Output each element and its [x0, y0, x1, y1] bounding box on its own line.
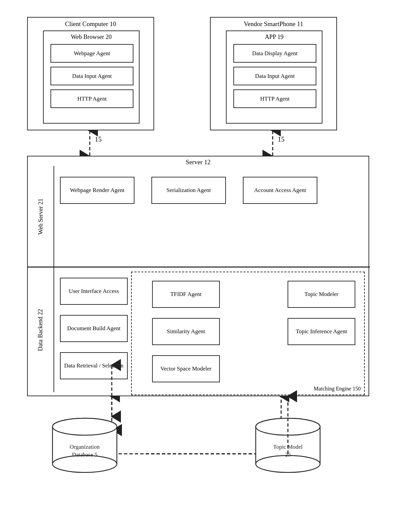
- matching-engine-box: Matching Engine 150 TFIDF Agent Similari…: [131, 272, 365, 395]
- svg-text:Topic Model: Topic Model: [273, 444, 302, 450]
- connection-label-right: 15: [278, 135, 285, 143]
- client-http-agent-box: HTTP Agent: [50, 89, 133, 108]
- app-box: APP 19 Data Display Agent Data Input Age…: [226, 30, 322, 124]
- vendor-smartphone-label: Vendor SmartPhone 11: [211, 20, 336, 28]
- vector-space-modeler-box: Vector Space Modeler: [152, 355, 220, 382]
- app-label: APP 19: [227, 34, 322, 41]
- vendor-data-input-agent-box: Data Input Agent: [233, 67, 316, 85]
- topic-inference-agent-box: Topic Inference Agent: [288, 318, 355, 345]
- matching-engine-label: Matching Engine 150: [314, 386, 361, 392]
- web-browser-label: Web Browser 20: [44, 34, 139, 41]
- svg-text:Database 5: Database 5: [72, 451, 97, 458]
- org-db-svg: Organization Database 5: [51, 417, 119, 478]
- webpage-agent-box: Webpage Agent: [50, 44, 133, 63]
- web-server-label: Web Server 21: [37, 198, 44, 235]
- client-data-input-agent-box: Data Input Agent: [50, 67, 133, 85]
- vendor-smartphone-box: Vendor SmartPhone 11 APP 19 Data Display…: [210, 17, 337, 130]
- svg-text:25: 25: [285, 451, 291, 458]
- svg-point-22: [256, 418, 320, 435]
- data-backend-label: Data Backend 22: [37, 309, 44, 351]
- web-browser-box: Web Browser 20 Webpage Agent Data Input …: [43, 30, 140, 124]
- topic-modeler-box: Topic Modeler: [288, 281, 355, 308]
- user-interface-access-box: User Interface Access: [60, 278, 128, 305]
- svg-point-14: [52, 418, 117, 435]
- client-computer-box: Client Computer 10 Web Browser 20 Webpag…: [27, 17, 154, 130]
- client-computer-label: Client Computer 10: [28, 20, 153, 28]
- serialization-agent-box: Serialization Agent: [151, 177, 226, 204]
- svg-text:Organization: Organization: [70, 444, 100, 450]
- web-server-section: Web Server 21: [28, 166, 54, 267]
- svg-point-21: [256, 455, 320, 472]
- architecture-diagram: 15 15 Client Computer 10 Web Browser 20 …: [17, 10, 403, 498]
- separator-line: [28, 267, 370, 268]
- server-label: Server 12: [28, 158, 369, 166]
- vendor-http-agent-box: HTTP Agent: [233, 89, 316, 108]
- data-display-agent-box: Data Display Agent: [233, 44, 316, 63]
- similarity-agent-box: Similarity Agent: [152, 318, 220, 345]
- svg-point-13: [52, 455, 117, 472]
- data-retrieval-box: Data Retrieval / Selection: [60, 352, 128, 379]
- connection-label-left: 15: [95, 135, 102, 143]
- tfidf-agent-box: TFIDF Agent: [152, 281, 220, 308]
- server-box: Server 12 Web Server 21 Webpage Render A…: [27, 156, 369, 396]
- account-access-agent-box: Account Access Agent: [243, 177, 317, 204]
- data-backend-section: Data Backend 22: [28, 268, 54, 392]
- topic-model-svg: Topic Model 25: [254, 417, 322, 478]
- webpage-render-agent-box: Webpage Render Agent: [60, 177, 134, 204]
- document-build-agent-box: Document Build Agent: [60, 315, 128, 342]
